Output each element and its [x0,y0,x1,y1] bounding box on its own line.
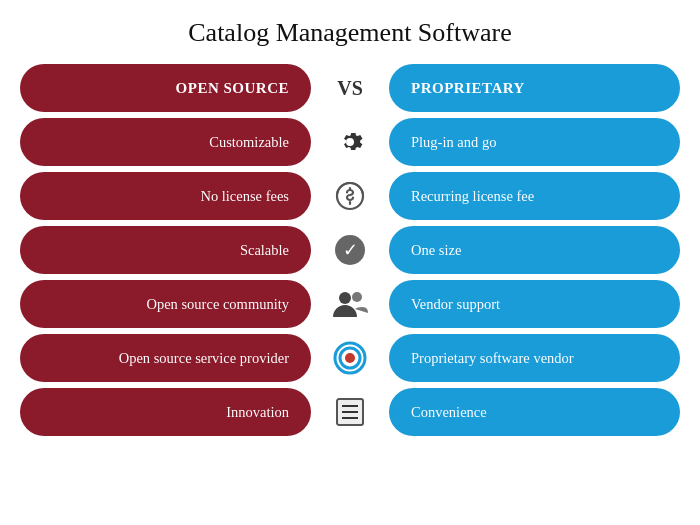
gear-icon [315,118,385,166]
row-left-6: Innovation [20,388,311,436]
row-left-2: No license fees [20,172,311,220]
checkmark-icon: ✓ [315,226,385,274]
dollar-cycle-icon [315,172,385,220]
svg-point-5 [345,353,355,363]
header-left: OPEN SOURCE [20,64,311,112]
page-title: Catalog Management Software [188,18,511,48]
comparison-grid: OPEN SOURCEVSPROPRIETARYCustomizable Plu… [20,64,680,436]
row-right-5: Proprietary software vendor [389,334,680,382]
list-icon [315,388,385,436]
row-left-3: Scalable [20,226,311,274]
target-icon [315,334,385,382]
row-right-4: Vendor support [389,280,680,328]
row-right-3: One size [389,226,680,274]
svg-point-1 [339,292,351,304]
row-left-1: Customizable [20,118,311,166]
row-left-4: Open source community [20,280,311,328]
vs-label: VS [315,64,385,112]
header-right: PROPRIETARY [389,64,680,112]
svg-point-2 [352,292,362,302]
row-left-5: Open source service provider [20,334,311,382]
row-right-1: Plug-in and go [389,118,680,166]
row-right-6: Convenience [389,388,680,436]
people-icon [315,280,385,328]
check-circle-icon: ✓ [335,235,365,265]
row-right-2: Recurring license fee [389,172,680,220]
